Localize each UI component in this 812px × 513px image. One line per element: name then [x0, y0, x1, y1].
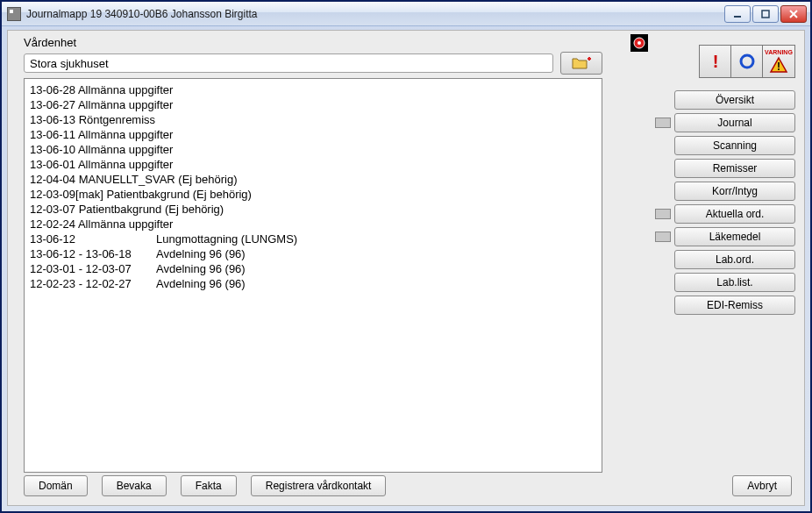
- list-item[interactable]: 13-06-12 - 13-06-18Avdelning 96 (96): [30, 246, 596, 261]
- list-item[interactable]: 13-06-01 Allmänna uppgifter: [30, 157, 596, 172]
- side-button-journal[interactable]: Journal: [674, 113, 795, 132]
- entry-date: 13-06-12: [30, 232, 156, 246]
- entry-text: Avdelning 96 (96): [156, 262, 246, 275]
- side-indicator: [655, 232, 671, 242]
- app-icon: [7, 7, 21, 21]
- window-controls: [724, 5, 807, 23]
- entry-text: Avdelning 96 (96): [156, 247, 246, 260]
- svg-text:!: !: [777, 61, 780, 73]
- side-button-korr-intyg[interactable]: Korr/Intyg: [674, 182, 795, 201]
- alert-warning-button[interactable]: VARNING !: [763, 46, 794, 77]
- side-button-scanning[interactable]: Scanning: [674, 136, 795, 155]
- list-item[interactable]: 13-06-13 Röntgenremiss: [30, 112, 596, 127]
- svg-text:!: !: [712, 52, 718, 71]
- minimize-icon: [732, 9, 743, 19]
- warning-label: VARNING: [765, 49, 793, 56]
- side-row: EDI-Remiss: [655, 296, 795, 315]
- svg-point-9: [741, 55, 753, 68]
- side-button-aktuella-ord[interactable]: Aktuella ord.: [674, 204, 795, 224]
- side-row: Översikt: [655, 90, 795, 110]
- side-button-edi-remiss[interactable]: EDI-Remiss: [674, 296, 795, 315]
- side-row: Lab.list.: [655, 273, 795, 292]
- bottom-button-row: Domän Bevaka Fakta Registrera vårdkontak…: [24, 475, 386, 496]
- list-item[interactable]: 12-02-23 - 12-02-27Avdelning 96 (96): [30, 276, 596, 291]
- entry-text: Lungmottagning (LUNGMS): [156, 232, 297, 246]
- side-row: Scanning: [655, 136, 795, 155]
- list-item[interactable]: 12-03-07 Patientbakgrund (Ej behörig): [30, 202, 596, 217]
- side-nav: ÖversiktJournalScanningRemisserKorr/Inty…: [655, 90, 795, 315]
- fakta-button[interactable]: Fakta: [181, 475, 237, 496]
- avbryt-button[interactable]: Avbryt: [732, 475, 792, 496]
- close-button[interactable]: [780, 5, 807, 23]
- svg-point-7: [637, 41, 641, 45]
- status-indicator-icon: [630, 34, 648, 52]
- alert-strip: ! VARNING !: [699, 45, 795, 78]
- side-button-lab-ord[interactable]: Lab.ord.: [674, 250, 795, 269]
- side-row: Remisser: [655, 159, 795, 178]
- side-row: Läkemedel: [655, 227, 795, 246]
- side-button-versikt[interactable]: Översikt: [674, 90, 795, 110]
- list-item[interactable]: 13-06-10 Allmänna uppgifter: [30, 142, 596, 157]
- list-item[interactable]: 12-03-09[mak] Patientbakgrund (Ej behöri…: [30, 187, 596, 202]
- side-indicator: [655, 209, 671, 219]
- entry-date: 13-06-12 - 13-06-18: [30, 246, 156, 261]
- window-title: Journalmapp 19 340910-00B6 Johansson Bir…: [26, 8, 724, 20]
- side-row: Aktuella ord.: [655, 204, 795, 224]
- doman-button[interactable]: Domän: [24, 475, 88, 496]
- side-row: Korr/Intyg: [655, 182, 795, 201]
- side-row: Journal: [655, 113, 795, 132]
- list-item[interactable]: 13-06-28 Allmänna uppgifter: [30, 82, 596, 97]
- close-icon: [788, 9, 799, 19]
- entry-date: 12-03-01 - 12-03-07: [30, 261, 156, 276]
- warning-triangle-icon: !: [769, 56, 788, 74]
- bevaka-button[interactable]: Bevaka: [102, 475, 167, 496]
- browse-folder-button[interactable]: [560, 52, 602, 75]
- entry-text: Avdelning 96 (96): [156, 277, 246, 290]
- alert-exclaim-button[interactable]: !: [700, 46, 731, 77]
- list-item[interactable]: 13-06-11 Allmänna uppgifter: [30, 127, 596, 142]
- registrera-button[interactable]: Registrera vårdkontakt: [251, 475, 387, 496]
- alert-circle-button[interactable]: [731, 46, 763, 77]
- side-button-remisser[interactable]: Remisser: [674, 159, 795, 178]
- entry-date: 12-02-23 - 12-02-27: [30, 276, 156, 291]
- side-row: Lab.ord.: [655, 250, 795, 269]
- client-area: Vårdenhet Stora sjukhuset 13-06-28 Allmä…: [7, 30, 805, 506]
- list-item[interactable]: 13-06-12Lungmottagning (LUNGMS): [30, 232, 596, 246]
- list-item[interactable]: 12-03-01 - 12-03-07Avdelning 96 (96): [30, 261, 596, 276]
- app-window: Journalmapp 19 340910-00B6 Johansson Bir…: [0, 0, 812, 513]
- titlebar: Journalmapp 19 340910-00B6 Johansson Bir…: [2, 2, 810, 26]
- care-unit-field[interactable]: Stora sjukhuset: [24, 53, 553, 73]
- maximize-button[interactable]: [752, 5, 779, 23]
- maximize-icon: [760, 9, 771, 19]
- list-item[interactable]: 12-02-24 Allmänna uppgifter: [30, 217, 596, 232]
- side-button-l-kemedel[interactable]: Läkemedel: [674, 227, 795, 246]
- entries-list[interactable]: 13-06-28 Allmänna uppgifter13-06-27 Allm…: [24, 78, 602, 473]
- care-unit-label: Vårdenhet: [24, 36, 76, 49]
- folder-plus-icon: [572, 56, 591, 70]
- list-item[interactable]: 13-06-27 Allmänna uppgifter: [30, 97, 596, 112]
- exclaim-icon: !: [709, 52, 723, 71]
- circle-icon: [738, 53, 756, 70]
- side-button-lab-list[interactable]: Lab.list.: [674, 273, 795, 292]
- list-item[interactable]: 12-04-04 MANUELLT_SVAR (Ej behörig): [30, 172, 596, 187]
- side-indicator: [655, 118, 671, 128]
- svg-rect-1: [762, 11, 769, 18]
- minimize-button[interactable]: [724, 5, 751, 23]
